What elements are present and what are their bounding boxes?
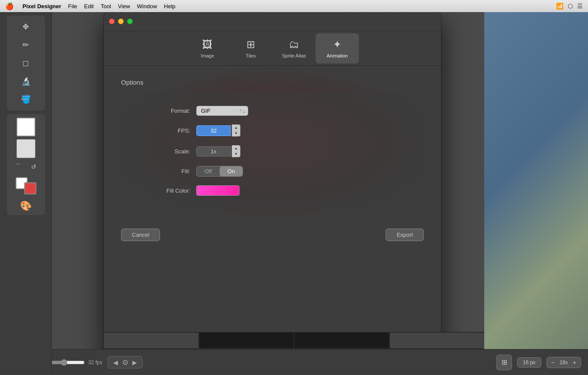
menu-tool[interactable]: Tool <box>101 3 111 10</box>
fps-decrement-button[interactable]: ▼ <box>232 130 240 136</box>
fill-color-row: Fill Color: <box>143 185 402 196</box>
frame-center-button[interactable]: ⊙ <box>122 358 128 366</box>
zoom-control: − 18x + <box>546 357 581 368</box>
fill-toggle-group: Off On <box>196 166 243 177</box>
tab-tiles[interactable]: ⊞ Tiles <box>229 33 272 64</box>
menu-file[interactable]: File <box>68 3 77 10</box>
move-tool-button[interactable]: ✥ <box>18 19 34 35</box>
export-button[interactable]: Export <box>386 229 424 241</box>
filmstrip <box>104 332 484 349</box>
scale-stepper-buttons: ▲ ▼ <box>232 145 240 157</box>
sprite-atlas-tab-icon: 🗂 <box>289 38 299 51</box>
fill-label: Fill: <box>143 168 190 175</box>
frame-navigation: ◀ ⊙ ▶ <box>108 356 143 369</box>
format-select-wrapper: GIF PNG MP4 ⌃⌄ <box>196 106 248 116</box>
menu-bar: 🍎 Pixel Designer File Edit Tool View Win… <box>0 0 588 12</box>
film-frame-3[interactable] <box>294 333 389 348</box>
wifi-icon: 📶 <box>556 3 563 10</box>
scale-stepper: 1x ▲ ▼ <box>196 145 240 157</box>
menu-help[interactable]: Help <box>164 3 176 10</box>
brush-tool-button[interactable]: ✏ <box>18 37 34 53</box>
menu-window[interactable]: Window <box>137 3 157 10</box>
fps-label: FPS: <box>143 127 190 134</box>
fill-tool-button[interactable]: 🪣 <box>18 92 34 107</box>
fill-color-swatch[interactable] <box>196 185 240 196</box>
left-toolbar: ✥ ✏ ◻ 🔬 🪣 ⌒ ↺ <box>0 12 52 375</box>
tiles-tab-icon: ⊞ <box>246 38 255 51</box>
pixel-size-display: 16 px <box>517 357 541 368</box>
rotate-tool-button[interactable]: ↺ <box>28 161 40 173</box>
bluetooth-icon: ⬡ <box>568 3 573 10</box>
window-close-button[interactable] <box>109 19 115 24</box>
tiles-tab-label: Tiles <box>246 53 256 58</box>
bottom-toolbar: ▶ ⏸ 32 fps ◀ ⊙ ▶ ⊞ 16 px − 18x + <box>0 349 588 375</box>
fill-row: Fill: Off On <box>143 166 402 177</box>
image-tab-icon: 🖼 <box>202 38 213 51</box>
cancel-button[interactable]: Cancel <box>121 229 160 241</box>
scale-label: Scale: <box>143 148 190 155</box>
animation-tab-label: Animation <box>327 53 348 58</box>
eyedropper-tool-button[interactable]: 🔬 <box>18 73 34 89</box>
window-title-bar <box>104 12 441 31</box>
scale-decrement-button[interactable]: ▼ <box>232 151 240 157</box>
fps-row: FPS: ▲ ▼ <box>143 124 402 137</box>
image-tab-label: Image <box>201 53 214 58</box>
film-frame-2[interactable] <box>199 333 294 348</box>
film-frame-4[interactable] <box>390 333 485 348</box>
eraser-icon: ◻ <box>22 58 29 68</box>
curve-tool-button[interactable]: ⌒ <box>12 161 24 173</box>
next-frame-button[interactable]: ▶ <box>131 359 139 366</box>
dialog-buttons: Cancel Export <box>104 222 441 250</box>
accent-color-swatch[interactable] <box>24 182 36 194</box>
fps-value-label: 32 fps <box>88 359 102 365</box>
curve-icon: ⌒ <box>15 163 21 171</box>
apple-menu[interactable]: 🍎 <box>5 2 14 10</box>
fps-increment-button[interactable]: ▲ <box>232 125 240 130</box>
tab-animation[interactable]: ✦ Animation <box>316 33 359 64</box>
tools-section: ✥ ✏ ◻ 🔬 🪣 <box>7 16 45 111</box>
format-select[interactable]: GIF PNG MP4 <box>196 106 248 116</box>
move-icon: ✥ <box>22 22 29 32</box>
window-minimize-button[interactable] <box>118 19 124 24</box>
layer-thumb-1[interactable] <box>16 118 35 137</box>
window-maximize-button[interactable] <box>127 19 133 24</box>
main-content: 🖼 Image ⊞ Tiles 🗂 Sprite Atlas ✦ Animati… <box>52 12 588 375</box>
fill-off-button[interactable]: Off <box>197 166 220 176</box>
format-row: Format: GIF PNG MP4 ⌃⌄ <box>143 106 402 116</box>
scale-row: Scale: 1x ▲ ▼ <box>143 145 402 157</box>
scale-display: 1x <box>196 146 231 156</box>
zoom-out-button[interactable]: − <box>551 359 555 366</box>
eraser-tool-button[interactable]: ◻ <box>18 55 34 71</box>
layers-section: ⌒ ↺ 🎨 <box>7 114 45 215</box>
tab-image[interactable]: 🖼 Image <box>186 33 229 64</box>
control-center-icon[interactable]: ☰ <box>577 3 583 10</box>
app-container: ✥ ✏ ◻ 🔬 🪣 ⌒ ↺ <box>0 12 588 375</box>
bottom-right-tools: ⊞ 16 px − 18x + <box>496 355 581 370</box>
sprite-atlas-tab-label: Sprite Atlas <box>282 53 306 58</box>
fill-color-label: Fill Color: <box>143 188 190 194</box>
fill-icon: 🪣 <box>21 95 31 104</box>
zoom-in-button[interactable]: + <box>573 359 576 366</box>
grid-toggle-button[interactable]: ⊞ <box>496 355 512 370</box>
menu-view[interactable]: View <box>118 3 130 10</box>
layer-tools-row: ⌒ ↺ <box>12 161 40 173</box>
menu-edit[interactable]: Edit <box>84 3 94 10</box>
menu-bar-right-icons: 📶 ⬡ ☰ <box>556 3 583 10</box>
palette-button[interactable]: 🎨 <box>20 200 32 212</box>
fps-input[interactable] <box>196 125 231 136</box>
layer-thumb-2[interactable] <box>16 139 35 158</box>
brush-icon: ✏ <box>22 40 29 50</box>
grid-icon: ⊞ <box>502 358 507 366</box>
background-landscape <box>484 12 588 375</box>
fps-stepper: ▲ ▼ <box>196 124 240 137</box>
tab-sprite-atlas[interactable]: 🗂 Sprite Atlas <box>272 33 316 64</box>
tab-bar: 🖼 Image ⊞ Tiles 🗂 Sprite Atlas ✦ Animati… <box>104 31 441 66</box>
fps-stepper-buttons: ▲ ▼ <box>232 124 240 137</box>
fill-on-button[interactable]: On <box>220 166 243 176</box>
export-dialog: 🖼 Image ⊞ Tiles 🗂 Sprite Atlas ✦ Animati… <box>104 12 441 375</box>
format-label: Format: <box>143 108 190 114</box>
scale-increment-button[interactable]: ▲ <box>232 146 240 151</box>
prev-frame-button[interactable]: ◀ <box>112 359 120 366</box>
film-frame-1[interactable] <box>104 333 198 348</box>
options-title: Options <box>121 79 424 86</box>
